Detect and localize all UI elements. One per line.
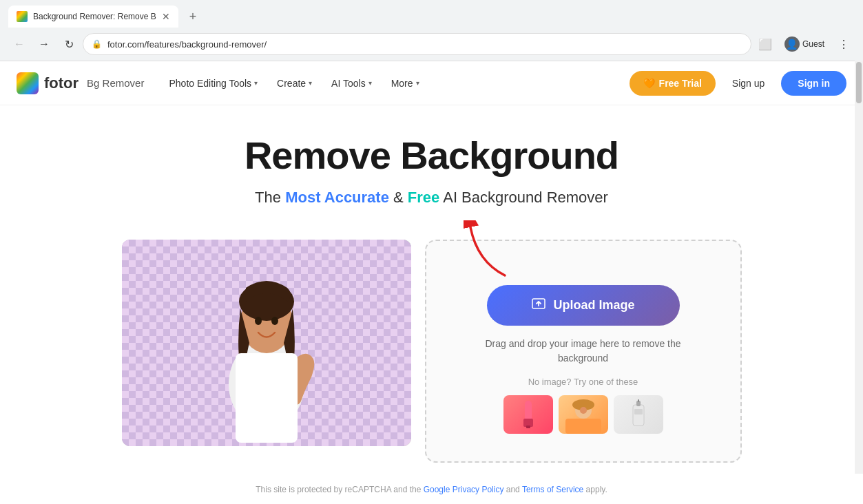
- svg-rect-13: [565, 419, 601, 434]
- signin-button[interactable]: Sign in: [781, 71, 846, 96]
- nav-more-chevron: ▾: [416, 79, 419, 87]
- upload-drop-text: Drag and drop your image here to remove …: [485, 337, 680, 366]
- upload-icon: [531, 296, 546, 315]
- svg-rect-10: [526, 426, 530, 428]
- nav-ai-tools-chevron: ▾: [368, 79, 372, 87]
- main-content: Remove Background The Most Accurate & Fr…: [0, 105, 863, 504]
- terms-link[interactable]: Terms of Service: [522, 485, 583, 494]
- nav-more[interactable]: More ▾: [383, 72, 428, 94]
- nav-menu: Photo Editing Tools ▾ Create ▾ AI Tools …: [160, 72, 623, 94]
- website-content: fotor Bg Remover Photo Editing Tools ▾ C…: [0, 61, 863, 504]
- upload-area: Upload Image Drag and drop your image he…: [425, 240, 742, 463]
- url-input[interactable]: [107, 39, 742, 50]
- logo-text: fotor: [44, 74, 79, 92]
- svg-rect-18: [634, 409, 643, 414]
- hero-subtitle: The Most Accurate & Free AI Background R…: [255, 189, 608, 207]
- tab-title: Background Remover: Remove B: [33, 12, 156, 21]
- red-arrow-svg: [464, 220, 519, 282]
- nav-actions: 🧡 Free Trial Sign up Sign in: [630, 71, 846, 96]
- navigation: fotor Bg Remover Photo Editing Tools ▾ C…: [0, 61, 863, 105]
- tab-favicon: [17, 11, 28, 22]
- back-button[interactable]: ←: [8, 33, 30, 55]
- free-trial-label: Free Trial: [659, 78, 702, 89]
- scrollbar[interactable]: [855, 61, 863, 474]
- user-account-button[interactable]: 👤 Guest: [779, 34, 830, 54]
- nav-photo-editing-chevron: ▾: [254, 79, 258, 87]
- sample-thumb-3[interactable]: [614, 395, 663, 434]
- svg-rect-5: [236, 353, 298, 443]
- nav-more-label: More: [391, 78, 413, 89]
- svg-point-14: [580, 407, 587, 414]
- user-icon: 👤: [784, 36, 800, 52]
- lock-icon: 🔒: [92, 39, 102, 49]
- privacy-policy-link[interactable]: Google Privacy Policy: [424, 485, 504, 494]
- nav-ai-tools-label: AI Tools: [331, 78, 366, 89]
- nav-create[interactable]: Create ▾: [269, 72, 320, 94]
- svg-rect-15: [633, 405, 644, 426]
- forward-button[interactable]: →: [33, 33, 55, 55]
- drop-text-line1: Drag and drop your image here to remove …: [485, 338, 680, 349]
- nav-photo-editing[interactable]: Photo Editing Tools ▾: [160, 72, 266, 94]
- reload-button[interactable]: ↻: [58, 33, 80, 55]
- subtitle-highlight1: Most Accurate: [285, 189, 389, 206]
- nav-ai-tools[interactable]: AI Tools ▾: [323, 72, 380, 94]
- address-bar[interactable]: 🔒: [83, 33, 751, 55]
- demo-image: [122, 240, 411, 446]
- user-label: Guest: [802, 39, 824, 49]
- svg-rect-8: [525, 401, 532, 421]
- logo[interactable]: fotor Bg Remover: [17, 72, 144, 94]
- demo-section: Upload Image Drag and drop your image he…: [122, 240, 742, 463]
- nav-create-label: Create: [277, 78, 306, 89]
- demo-person-svg: [198, 246, 335, 446]
- upload-samples: No image? Try one of these: [503, 377, 663, 434]
- subtitle-highlight2: Free: [408, 189, 439, 206]
- drop-text-line2: background: [558, 353, 608, 364]
- nav-create-chevron: ▾: [309, 79, 312, 87]
- tab-close-icon[interactable]: ✕: [162, 11, 170, 22]
- signup-button[interactable]: Sign up: [724, 72, 773, 94]
- sample-thumb-1[interactable]: [503, 395, 553, 434]
- heart-icon: 🧡: [643, 78, 655, 89]
- browser-tab[interactable]: Background Remover: Remove B ✕: [8, 6, 178, 28]
- tab-strip-button[interactable]: ⬜: [754, 33, 776, 55]
- logo-subtitle: Bg Remover: [87, 77, 144, 89]
- subtitle-separator: &: [389, 189, 408, 206]
- recaptcha-text: This site is protected by reCAPTCHA and …: [256, 485, 421, 494]
- upload-button-label: Upload Image: [553, 298, 634, 313]
- upload-thumbnails: [503, 395, 663, 434]
- new-tab-button[interactable]: +: [184, 7, 202, 27]
- scrollbar-thumb[interactable]: [856, 62, 862, 103]
- svg-rect-17: [638, 399, 639, 402]
- apply-text: apply.: [586, 485, 607, 494]
- subtitle-suffix: AI Background Remover: [439, 189, 608, 206]
- sample-thumb-2[interactable]: [559, 395, 608, 434]
- free-trial-button[interactable]: 🧡 Free Trial: [630, 71, 716, 96]
- footer-recaptcha: This site is protected by reCAPTCHA and …: [256, 485, 607, 504]
- no-image-label: No image? Try one of these: [528, 377, 638, 387]
- fotor-logo-icon: [17, 72, 39, 94]
- svg-point-3: [255, 317, 262, 325]
- and-text: and: [506, 485, 520, 494]
- hero-title: Remove Background: [245, 133, 618, 178]
- upload-image-button[interactable]: Upload Image: [487, 285, 680, 326]
- subtitle-prefix: The: [255, 189, 285, 206]
- nav-photo-editing-label: Photo Editing Tools: [169, 78, 251, 89]
- more-options-button[interactable]: ⋮: [833, 33, 855, 55]
- svg-point-4: [271, 317, 278, 325]
